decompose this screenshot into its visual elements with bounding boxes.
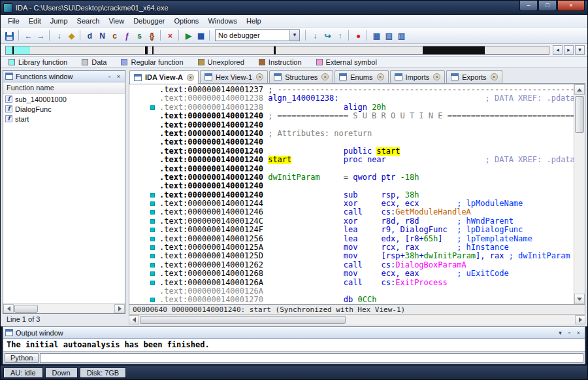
chevron-down-icon[interactable]: ▾ — [289, 30, 299, 41]
disassembly-line[interactable]: .text:0000000140001268 mov ecx, eax ; uE… — [129, 269, 574, 278]
output-log[interactable]: The initial autoanalysis has been finish… — [3, 339, 585, 351]
scroll-left-icon[interactable] — [3, 304, 14, 313]
step-into-icon[interactable]: ↓ — [308, 29, 321, 42]
functions-horizontal-scrollbar[interactable] — [3, 303, 125, 313]
disassembly-line[interactable]: .text:000000014000125A mov rcx, rax ; hI… — [129, 243, 574, 252]
data-icon[interactable]: d — [83, 29, 95, 42]
menu-search[interactable]: Search — [73, 16, 105, 26]
name-icon[interactable]: N — [95, 29, 108, 42]
disassembly-line[interactable]: .text:0000000140001240 ; Attributes: nor… — [129, 130, 574, 138]
navigate-back-icon[interactable]: ← — [22, 29, 34, 42]
scroll-down-icon[interactable] — [574, 294, 585, 304]
cancel-icon[interactable]: × — [163, 29, 176, 42]
menu-windows[interactable]: Windows — [203, 16, 242, 26]
close-icon[interactable]: × — [114, 72, 123, 80]
disassembly-line[interactable]: .text:000000014000126A call cs:ExitProce… — [129, 279, 574, 287]
strings-icon[interactable]: s — [133, 29, 145, 42]
menu-file[interactable]: File — [3, 16, 24, 26]
disassembly-line[interactable]: .text:0000000140001240 — [129, 121, 574, 130]
step-over-icon[interactable]: ↪ — [321, 29, 333, 42]
run-icon[interactable]: ▶ — [182, 29, 194, 42]
struct-icon[interactable]: {} — [145, 29, 157, 42]
menu-options[interactable]: Options — [169, 16, 203, 26]
disassembly-line[interactable]: .text:000000014000124C xor r8d, r8d ; hW… — [129, 217, 574, 226]
bookmark-icon[interactable]: ◆ — [65, 29, 77, 42]
scroll-thumb[interactable] — [14, 305, 38, 313]
function-row[interactable]: fDialogFunc — [3, 104, 125, 114]
minimize-button[interactable]: – — [519, 1, 538, 11]
navband-menu-icon[interactable]: ▾ — [575, 45, 585, 55]
disassembly-line[interactable]: .text:0000000140001240 — [129, 182, 574, 190]
disassembly-line[interactable]: .text:0000000140001262 call cs:DialogBox… — [129, 261, 574, 269]
column-header-function-name[interactable]: Function name — [3, 82, 125, 94]
tab-close-icon[interactable]: × — [433, 73, 440, 80]
disassembly-lines[interactable]: .text:0000000140001237 ; ---------------… — [129, 86, 574, 304]
tab-close-icon[interactable]: × — [321, 73, 329, 80]
debugger-select[interactable]: No debugger▾ — [215, 29, 300, 41]
menu-debugger[interactable]: Debugger — [129, 16, 169, 26]
functions-list[interactable]: fsub_140001000fDialogFuncfstart — [3, 94, 125, 303]
close-button[interactable]: × — [557, 1, 585, 11]
float-icon[interactable]: ▫ — [105, 72, 114, 80]
scroll-up-icon[interactable] — [574, 84, 585, 95]
close-icon[interactable]: × — [574, 328, 583, 337]
scroll-left-icon[interactable] — [129, 315, 139, 324]
disassembly-line[interactable]: .text:000000014000124F lea r9, DialogFun… — [129, 226, 574, 234]
functions-window-header[interactable]: Functions window ▫× — [3, 71, 125, 82]
tab-exports[interactable]: Exports× — [446, 70, 502, 83]
tab-close-icon[interactable]: × — [377, 73, 384, 80]
scroll-thumb[interactable] — [575, 96, 584, 133]
disassembly-line[interactable]: .text:0000000140001256 lea edx, [r8+65h]… — [129, 235, 574, 243]
tab-close-icon[interactable]: × — [256, 73, 263, 80]
pause-icon[interactable]: ▮▮ — [194, 29, 206, 42]
maximize-button[interactable]: □ — [538, 1, 557, 11]
menu-icon[interactable]: ▾ — [556, 328, 564, 337]
disassembly-line[interactable]: .text:0000000140001240 — [129, 138, 574, 147]
horizontal-scrollbar[interactable] — [129, 315, 585, 324]
code-icon[interactable]: c — [108, 29, 120, 42]
disassembly-line[interactable]: .text:0000000140001237 ; ---------------… — [129, 86, 574, 94]
tab-structures[interactable]: Structures× — [269, 70, 333, 83]
scroll-right-icon[interactable] — [575, 315, 585, 324]
function-row[interactable]: fstart — [3, 114, 125, 124]
disassembly-line[interactable]: .text:0000000140001238 align 20h — [129, 103, 574, 112]
tab-close-icon[interactable]: × — [491, 73, 498, 80]
disassembly-line[interactable]: .text:0000000140001240 sub rsp, 38h — [129, 191, 574, 199]
disassembly-line[interactable]: .text:0000000140001244 xor ecx, ecx ; lp… — [129, 199, 574, 208]
jump-icon[interactable]: ↓ — [52, 29, 65, 42]
python-button[interactable]: Python — [5, 353, 39, 363]
scroll-thumb[interactable] — [140, 316, 346, 324]
disassembly-view[interactable]: .text:0000000140001237 ; ---------------… — [129, 84, 585, 304]
vertical-scrollbar[interactable] — [574, 84, 585, 304]
windows-icon[interactable]: ▦ — [370, 29, 382, 42]
save-icon[interactable] — [3, 29, 16, 42]
disassembly-line[interactable]: .text:0000000140001240 — [129, 165, 574, 173]
disassembly-line[interactable]: .text:000000014000125D mov [rsp+38h+dwIn… — [129, 252, 574, 260]
cli-input[interactable] — [40, 353, 583, 363]
tab-hex-view-1[interactable]: Hex View-1× — [200, 70, 268, 83]
tab-close-icon[interactable]: × — [187, 74, 194, 81]
function-icon[interactable]: ƒ — [120, 29, 133, 42]
disassembly-line[interactable]: .text:0000000140001238 algn_140001238: ;… — [129, 94, 574, 103]
menu-edit[interactable]: Edit — [24, 16, 46, 26]
menu-view[interactable]: View — [104, 16, 129, 26]
breakpoint-icon[interactable]: ● — [351, 29, 364, 42]
disassembly-line[interactable]: .text:0000000140001270 db 0CCh — [129, 296, 574, 304]
output-window-header[interactable]: Output window ▾▫× — [3, 327, 585, 339]
run-until-return-icon[interactable]: ↑ — [333, 29, 346, 42]
tab-ida-view-a[interactable]: IDA View-A× — [129, 70, 199, 84]
disassembly-line[interactable]: .text:0000000140001240 public start — [129, 147, 574, 156]
menu-jump[interactable]: Jump — [46, 16, 73, 26]
disassembly-line[interactable]: .text:0000000140001240 start proc near ;… — [129, 156, 574, 164]
float-icon[interactable]: ▫ — [565, 328, 574, 337]
tile-windows-icon[interactable]: ▤ — [382, 29, 395, 42]
disassembly-line[interactable]: .text:0000000140001240 ; ===============… — [129, 112, 574, 120]
navband-scroll-right-icon[interactable]: ▸ — [564, 45, 574, 55]
menu-help[interactable]: Help — [242, 16, 266, 26]
cascade-windows-icon[interactable]: ▥ — [395, 29, 407, 42]
disassembly-line[interactable]: .text:000000014000126A — [129, 287, 574, 296]
navigation-band[interactable] — [5, 46, 549, 55]
disassembly-line[interactable]: .text:0000000140001240 dwInitParam = qwo… — [129, 173, 574, 182]
scroll-right-icon[interactable] — [114, 304, 125, 313]
disassembly-line[interactable]: .text:0000000140001246 call cs:GetModule… — [129, 208, 574, 216]
